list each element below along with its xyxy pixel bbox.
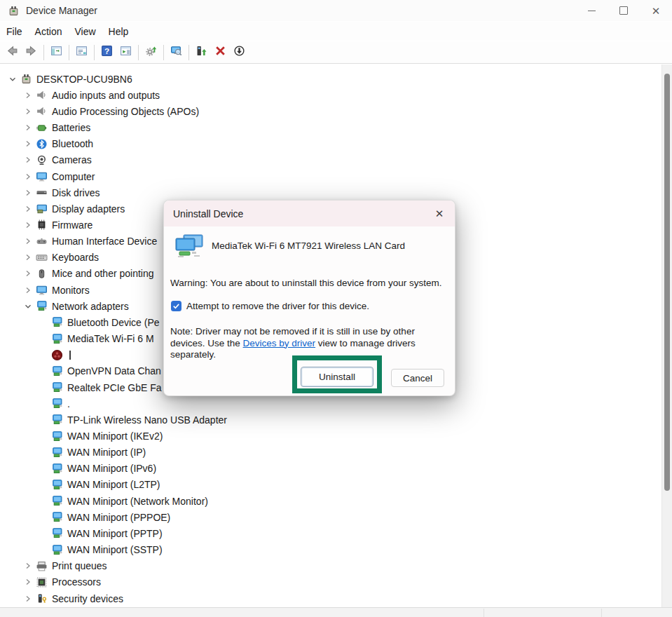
chevron-right-icon[interactable] bbox=[21, 285, 35, 296]
chip-icon bbox=[35, 219, 48, 231]
chevron-right-icon[interactable] bbox=[21, 122, 35, 133]
uninstall-device-button[interactable] bbox=[211, 43, 230, 62]
chevron-right-icon[interactable] bbox=[21, 593, 35, 604]
chevron-spacer bbox=[36, 317, 50, 328]
tree-item-label: Audio Processing Objects (APOs) bbox=[52, 106, 199, 117]
update-driver-button[interactable] bbox=[142, 43, 160, 62]
scan-hardware-changes-button[interactable] bbox=[167, 43, 186, 62]
tree-item-label: Bluetooth bbox=[52, 138, 93, 149]
help-icon: ? bbox=[101, 45, 113, 60]
back-arrow-button[interactable] bbox=[3, 43, 22, 62]
camera-icon bbox=[35, 154, 48, 165]
console-tree-toggle-button[interactable] bbox=[47, 43, 66, 62]
toolbar-separator bbox=[138, 45, 139, 60]
tree-item[interactable]: WAN Miniport (SSTP) bbox=[0, 542, 661, 558]
menubar: File Action View Help bbox=[0, 22, 672, 41]
maximize-button[interactable] bbox=[608, 0, 640, 21]
device-manager-icon bbox=[7, 4, 20, 17]
tree-item[interactable]: Processors bbox=[0, 574, 661, 590]
vertical-scrollbar[interactable] bbox=[661, 65, 672, 607]
scan-hardware-changes-icon bbox=[170, 45, 182, 60]
tree-item-label: WAN Miniport (PPPOE) bbox=[67, 512, 170, 523]
minimize-icon bbox=[588, 11, 596, 11]
tree-item-label: WAN Miniport (IP) bbox=[67, 447, 146, 458]
scrollbar-thumb[interactable] bbox=[664, 74, 670, 491]
tree-item[interactable]: WAN Miniport (PPPOE) bbox=[0, 509, 661, 525]
tree-item[interactable]: Disk drives bbox=[0, 184, 661, 201]
disable-device-icon bbox=[233, 45, 245, 60]
close-button[interactable]: ✕ bbox=[640, 0, 672, 21]
menu-file[interactable]: File bbox=[0, 24, 29, 39]
help-button[interactable]: ? bbox=[97, 43, 116, 62]
tree-item[interactable]: Batteries bbox=[0, 119, 661, 135]
remove-driver-checkbox[interactable] bbox=[171, 301, 181, 311]
note-line2-post: view to manage drivers bbox=[315, 338, 416, 348]
menu-view[interactable]: View bbox=[68, 24, 102, 39]
mouse-icon bbox=[35, 268, 48, 279]
chevron-right-icon[interactable] bbox=[21, 171, 35, 182]
disable-device-button[interactable] bbox=[230, 43, 249, 62]
tree-item-label: Keyboards bbox=[52, 252, 99, 263]
tree-item[interactable]: Cameras bbox=[0, 152, 661, 168]
tree-item-label: WAN Miniport (IPv6) bbox=[67, 463, 156, 474]
tree-item-label: Computer bbox=[52, 171, 95, 182]
chevron-right-icon[interactable] bbox=[21, 138, 35, 149]
chevron-spacer bbox=[36, 365, 50, 377]
chevron-right-icon[interactable] bbox=[21, 106, 35, 117]
chevron-down-icon[interactable] bbox=[21, 301, 35, 312]
tree-item[interactable]: . bbox=[0, 395, 661, 412]
action-window-button[interactable] bbox=[116, 43, 135, 62]
disk-icon bbox=[35, 187, 48, 198]
tree-item[interactable]: Print queues bbox=[0, 558, 661, 574]
devices-by-driver-link[interactable]: Devices by driver bbox=[243, 338, 316, 348]
action-window-icon bbox=[120, 45, 132, 60]
statusbar-separator bbox=[601, 609, 602, 617]
tree-item[interactable]: WAN Miniport (PPTP) bbox=[0, 525, 661, 541]
chevron-right-icon[interactable] bbox=[21, 252, 35, 263]
tree-item[interactable]: Audio inputs and outputs bbox=[0, 87, 661, 103]
tree-item[interactable]: TP-Link Wireless Nano USB Adapter bbox=[0, 412, 661, 428]
monitor-icon bbox=[35, 171, 48, 182]
network-icon bbox=[50, 430, 63, 442]
menu-help[interactable]: Help bbox=[102, 24, 135, 39]
chevron-right-icon[interactable] bbox=[21, 154, 35, 165]
chevron-right-icon[interactable] bbox=[21, 203, 35, 215]
tree-item[interactable]: Security devices bbox=[0, 590, 661, 606]
tree-item[interactable]: Computer bbox=[0, 168, 661, 184]
chevron-right-icon[interactable] bbox=[21, 187, 35, 198]
chevron-down-icon[interactable] bbox=[6, 74, 20, 85]
tree-item[interactable]: WAN Miniport (IPv6) bbox=[0, 461, 661, 477]
chevron-right-icon[interactable] bbox=[21, 576, 35, 588]
tree-item-label: Audio inputs and outputs bbox=[52, 90, 160, 101]
minimize-button[interactable] bbox=[575, 0, 608, 21]
chevron-right-icon[interactable] bbox=[21, 268, 35, 279]
forward-arrow-button[interactable] bbox=[22, 43, 41, 62]
chevron-right-icon[interactable] bbox=[21, 560, 35, 571]
tree-item[interactable]: DESKTOP-UCU9BN6 bbox=[0, 71, 661, 87]
chevron-right-icon[interactable] bbox=[21, 90, 35, 101]
tree-item[interactable]: Audio Processing Objects (APOs) bbox=[0, 103, 661, 119]
uninstall-button[interactable]: Uninstall bbox=[301, 367, 373, 387]
network-icon bbox=[35, 301, 48, 312]
note-line1: Note: Driver may not be removed if it is… bbox=[170, 326, 415, 337]
chevron-right-icon[interactable] bbox=[21, 219, 35, 231]
dialog-close-button[interactable]: ✕ bbox=[431, 205, 448, 222]
tree-item-label: WAN Miniport (PPTP) bbox=[67, 528, 163, 539]
chevron-right-icon[interactable] bbox=[21, 236, 35, 247]
tree-item[interactable]: WAN Miniport (IKEv2) bbox=[0, 428, 661, 444]
update-device-driver-button[interactable] bbox=[192, 43, 211, 62]
tree-item[interactable]: WAN Miniport (L2TP) bbox=[0, 477, 661, 493]
cancel-button[interactable]: Cancel bbox=[391, 369, 444, 387]
dialog-header: Uninstall Device ✕ bbox=[164, 201, 455, 226]
close-icon: ✕ bbox=[435, 208, 444, 220]
tree-item-label: WAN Miniport (L2TP) bbox=[67, 479, 160, 490]
tree-item[interactable]: WAN Miniport (Network Monitor) bbox=[0, 493, 661, 509]
tree-item-label: WAN Miniport (IKEv2) bbox=[67, 430, 163, 442]
tree-item[interactable]: Bluetooth bbox=[0, 136, 661, 152]
menu-action[interactable]: Action bbox=[29, 24, 69, 39]
properties-button[interactable] bbox=[72, 43, 91, 62]
tree-item[interactable]: WAN Miniport (IP) bbox=[0, 445, 661, 461]
device-name: MediaTek Wi-Fi 6 MT7921 Wireless LAN Car… bbox=[212, 240, 405, 251]
toolbar-separator bbox=[163, 45, 164, 60]
note-line3: separately. bbox=[170, 349, 216, 360]
